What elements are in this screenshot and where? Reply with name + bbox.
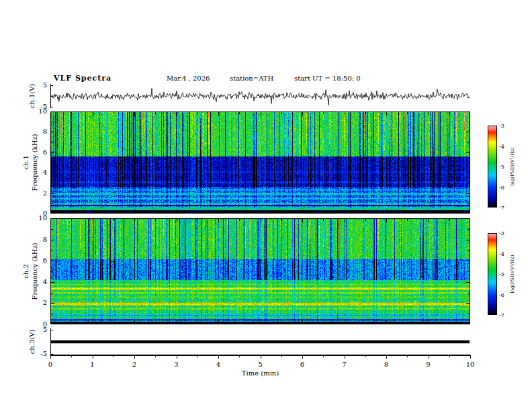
time-tick-label: 4 [212,361,225,369]
freq-tick-label: 2 [34,299,47,307]
time-tick-label: 8 [380,361,393,369]
time-tick-label: 6 [296,361,309,369]
time-tick-mark [302,355,303,359]
time-minor-tick-mark [155,355,156,357]
time-minor-tick-mark [281,355,282,357]
time-minor-tick-mark [71,355,72,357]
time-tick-mark [93,355,93,359]
time-tick-mark [386,355,387,359]
time-tick-mark [429,355,429,359]
time-tick-mark [261,355,261,359]
time-axis-label: Time (min) [50,369,470,377]
colorbar-tick-label: -3 [499,123,504,129]
time-tick-label: 2 [128,361,141,369]
freq-tick-label: 6 [34,257,47,265]
ch1-spec-frequency-label: Frequency (kHz) [31,134,38,191]
freq-tick-label: 2 [34,189,47,197]
freq-tick-label: 8 [34,128,47,136]
date-label: Mar.4 , 2026 [167,75,210,82]
station-label: station=ATH [230,75,273,82]
ch1-spec-channel-label: ch.1 [22,155,30,170]
time-tick-label: 3 [170,361,183,369]
colorbar-tick-label: -5 [499,164,504,170]
freq-tick-label: 6 [34,148,47,156]
time-tick-mark [50,355,51,359]
time-tick-label: 0 [44,361,57,369]
time-minor-tick-mark [449,355,450,357]
ch2-spec-channel-label: ch.2 [22,264,30,279]
time-tick-label: 7 [338,361,351,369]
time-tick-label: 9 [422,361,435,369]
ch1-colorbar [488,126,497,208]
time-tick-label: 5 [254,361,267,369]
ch2-colorbar [488,233,497,315]
freq-tick-label: 10 [34,214,47,222]
time-tick-mark [345,355,345,359]
page-title: VLF Spectra [54,74,112,83]
colorbar-tick-label: -6 [499,185,504,191]
ch2-spec-frequency-label: Frequency (kHz) [31,242,38,300]
freq-tick-label: 10 [34,107,47,116]
time-minor-tick-mark [365,355,366,357]
colorbar-tick-label: -5 [499,271,504,277]
colorbar-tick-label: -7 [499,312,504,318]
volt-tick-label: -5 [34,350,47,358]
time-minor-tick-mark [239,355,240,357]
freq-tick-label: 4 [34,278,47,286]
ch2-colorbar-label: log(PSD)(V²/Hz) [510,255,515,293]
time-tick-mark [177,355,177,359]
time-tick-mark [134,355,135,359]
time-tick-mark [470,355,471,359]
colorbar-tick-label: -7 [499,205,504,211]
ch1-waveform-panel [50,84,470,108]
ch2-spectrogram-panel [50,218,470,324]
colorbar-tick-label: -6 [499,292,504,298]
ch1-spectrogram-panel [50,111,470,214]
time-minor-tick-mark [114,355,114,357]
volt-tick-label: 5 [34,81,47,89]
ch1-colorbar-label: log(PSD)(V²/Hz) [510,148,515,186]
volt-tick-label: 5 [34,326,47,334]
ch3-waveform-panel [50,328,470,355]
colorbar-tick-label: -3 [499,230,504,236]
time-minor-tick-mark [323,355,324,357]
colorbar-tick-label: -4 [499,251,504,257]
vlf-spectra-figure: VLF Spectra Mar.4 , 2026 station=ATH sta… [0,0,532,411]
time-tick-mark [218,355,219,359]
time-minor-tick-mark [197,355,198,357]
time-tick-label: 1 [86,361,99,369]
start-ut-label: start UT = 18:50: 0 [294,75,361,82]
freq-tick-label: 4 [34,169,47,177]
time-tick-label: 10 [463,361,477,369]
freq-tick-label: 8 [34,236,47,244]
colorbar-tick-label: -4 [499,144,504,150]
time-minor-tick-mark [407,355,408,357]
